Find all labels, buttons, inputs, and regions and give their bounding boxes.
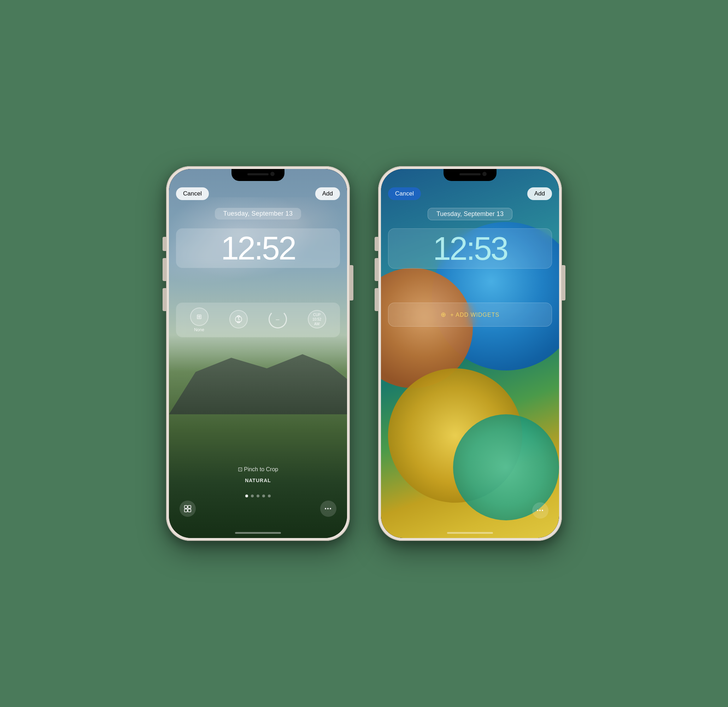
clock-widget-2[interactable]: 12:53 [388, 228, 552, 269]
volume-up-button-2[interactable] [375, 258, 378, 281]
more-dots-2: ••• [537, 507, 544, 513]
iphone-2-screen: Cancel Add Tuesday, September 13 12:53 ⊕… [381, 169, 559, 538]
iphone-2: Cancel Add Tuesday, September 13 12:53 ⊕… [378, 166, 562, 541]
dot-4 [262, 494, 265, 497]
ring-icon: – [269, 310, 287, 328]
cancel-button-2[interactable]: Cancel [388, 187, 421, 200]
date-pill-2: Tuesday, September 13 [428, 208, 513, 220]
page-dots [169, 494, 347, 497]
mute-button[interactable] [163, 237, 166, 251]
power-button[interactable] [350, 265, 353, 301]
iphone-1: Cancel Add Tuesday, September 13 12:52 ⊞… [166, 166, 350, 541]
dot-2 [251, 494, 254, 497]
colorful-wallpaper [381, 169, 559, 538]
bottom-controls-1: ••• [179, 500, 337, 517]
more-dots-1: ••• [325, 506, 332, 512]
add-widgets-button[interactable]: ⊕ + ADD WIDGETS [388, 302, 552, 327]
home-indicator-1 [235, 532, 281, 534]
pinch-to-crop: ⊡ Pinch to Crop [169, 466, 347, 473]
volume-down-button-2[interactable] [375, 288, 378, 311]
add-button-1[interactable]: Add [315, 187, 340, 200]
mute-button-2[interactable] [375, 237, 378, 251]
date-pill-1: Tuesday, September 13 [215, 208, 301, 220]
watch-icon [229, 310, 248, 328]
top-bar-phone1: Cancel Add [176, 187, 340, 200]
widget-cup[interactable]: CUP10:52AM [308, 310, 326, 330]
add-plus-icon: ⊕ [441, 311, 446, 318]
date-label-1: Tuesday, September 13 [176, 208, 340, 220]
svg-rect-6 [188, 506, 191, 508]
cup-icon: CUP10:52AM [308, 310, 326, 328]
svg-rect-5 [185, 506, 187, 508]
iphone-1-screen: Cancel Add Tuesday, September 13 12:52 ⊞… [169, 169, 347, 538]
widget-none-icon: ⊞ [190, 308, 208, 326]
speaker [247, 173, 269, 175]
power-button-2[interactable] [562, 265, 565, 301]
notch-2 [443, 169, 497, 181]
speaker-2 [459, 173, 481, 175]
more-button-1[interactable]: ••• [320, 500, 337, 517]
volume-down-button[interactable] [163, 288, 166, 311]
top-bar-phone2: Cancel Add [388, 187, 552, 200]
svg-line-4 [238, 319, 240, 320]
widget-watch[interactable] [229, 310, 248, 330]
camera-2 [482, 172, 487, 176]
clock-time-2: 12:53 [396, 232, 545, 265]
date-label-2: Tuesday, September 13 [388, 208, 552, 220]
clock-widget-1[interactable]: 12:52 [176, 228, 340, 268]
phone1-screen: Cancel Add Tuesday, September 13 12:52 ⊞… [169, 169, 347, 538]
widget-ring[interactable]: – [269, 310, 287, 330]
widget-none-label: None [194, 327, 204, 332]
volume-up-button[interactable] [163, 258, 166, 281]
camera [270, 172, 274, 176]
filter-label: NATURAL [169, 477, 347, 483]
gallery-button[interactable] [179, 500, 196, 517]
widgets-row-1[interactable]: ⊞ None [176, 302, 340, 337]
add-button-2[interactable]: Add [527, 187, 552, 200]
more-button-2[interactable]: ••• [532, 502, 549, 519]
cancel-button-1[interactable]: Cancel [176, 187, 209, 200]
notch [231, 169, 285, 181]
dot-3 [257, 494, 259, 497]
add-widgets-label: ⊕ + ADD WIDGETS [441, 312, 499, 318]
dot-1 [245, 494, 248, 497]
phone2-screen: Cancel Add Tuesday, September 13 12:53 ⊕… [381, 169, 559, 538]
home-indicator-2 [447, 532, 493, 534]
svg-rect-7 [185, 509, 187, 512]
dot-5 [268, 494, 271, 497]
svg-rect-8 [188, 509, 191, 512]
widget-none[interactable]: ⊞ None [190, 308, 208, 332]
clock-time-1: 12:52 [183, 232, 333, 265]
